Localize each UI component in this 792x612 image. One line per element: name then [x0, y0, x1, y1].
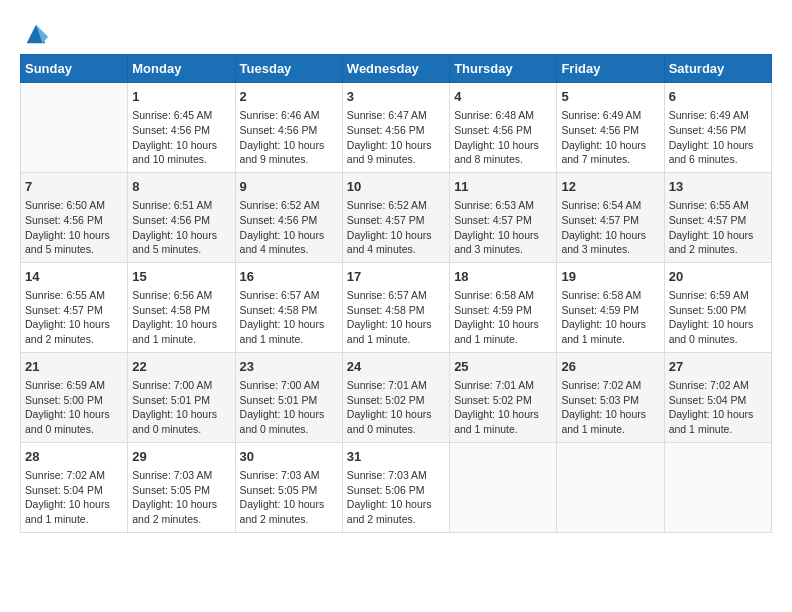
day-cell — [664, 442, 771, 532]
day-info: Sunrise: 7:02 AM Sunset: 5:04 PM Dayligh… — [669, 378, 767, 437]
calendar-header: SundayMondayTuesdayWednesdayThursdayFrid… — [21, 55, 772, 83]
day-number: 21 — [25, 358, 123, 376]
day-cell: 12Sunrise: 6:54 AM Sunset: 4:57 PM Dayli… — [557, 172, 664, 262]
day-info: Sunrise: 6:59 AM Sunset: 5:00 PM Dayligh… — [669, 288, 767, 347]
header-cell-monday: Monday — [128, 55, 235, 83]
day-cell: 15Sunrise: 6:56 AM Sunset: 4:58 PM Dayli… — [128, 262, 235, 352]
day-number: 29 — [132, 448, 230, 466]
day-info: Sunrise: 6:51 AM Sunset: 4:56 PM Dayligh… — [132, 198, 230, 257]
day-number: 16 — [240, 268, 338, 286]
day-info: Sunrise: 7:03 AM Sunset: 5:06 PM Dayligh… — [347, 468, 445, 527]
day-info: Sunrise: 6:58 AM Sunset: 4:59 PM Dayligh… — [454, 288, 552, 347]
header-cell-sunday: Sunday — [21, 55, 128, 83]
day-cell: 29Sunrise: 7:03 AM Sunset: 5:05 PM Dayli… — [128, 442, 235, 532]
day-info: Sunrise: 6:57 AM Sunset: 4:58 PM Dayligh… — [240, 288, 338, 347]
day-cell: 25Sunrise: 7:01 AM Sunset: 5:02 PM Dayli… — [450, 352, 557, 442]
day-cell: 14Sunrise: 6:55 AM Sunset: 4:57 PM Dayli… — [21, 262, 128, 352]
day-info: Sunrise: 7:01 AM Sunset: 5:02 PM Dayligh… — [347, 378, 445, 437]
day-number: 19 — [561, 268, 659, 286]
day-cell — [21, 83, 128, 173]
day-info: Sunrise: 7:01 AM Sunset: 5:02 PM Dayligh… — [454, 378, 552, 437]
day-cell: 1Sunrise: 6:45 AM Sunset: 4:56 PM Daylig… — [128, 83, 235, 173]
day-number: 27 — [669, 358, 767, 376]
day-cell: 24Sunrise: 7:01 AM Sunset: 5:02 PM Dayli… — [342, 352, 449, 442]
day-cell: 4Sunrise: 6:48 AM Sunset: 4:56 PM Daylig… — [450, 83, 557, 173]
day-info: Sunrise: 7:00 AM Sunset: 5:01 PM Dayligh… — [240, 378, 338, 437]
day-cell: 7Sunrise: 6:50 AM Sunset: 4:56 PM Daylig… — [21, 172, 128, 262]
day-info: Sunrise: 7:02 AM Sunset: 5:04 PM Dayligh… — [25, 468, 123, 527]
day-info: Sunrise: 6:46 AM Sunset: 4:56 PM Dayligh… — [240, 108, 338, 167]
day-number: 9 — [240, 178, 338, 196]
day-info: Sunrise: 6:48 AM Sunset: 4:56 PM Dayligh… — [454, 108, 552, 167]
day-cell: 30Sunrise: 7:03 AM Sunset: 5:05 PM Dayli… — [235, 442, 342, 532]
day-number: 12 — [561, 178, 659, 196]
day-cell: 21Sunrise: 6:59 AM Sunset: 5:00 PM Dayli… — [21, 352, 128, 442]
day-number: 22 — [132, 358, 230, 376]
day-cell: 19Sunrise: 6:58 AM Sunset: 4:59 PM Dayli… — [557, 262, 664, 352]
week-row-1: 1Sunrise: 6:45 AM Sunset: 4:56 PM Daylig… — [21, 83, 772, 173]
day-cell: 8Sunrise: 6:51 AM Sunset: 4:56 PM Daylig… — [128, 172, 235, 262]
day-info: Sunrise: 7:02 AM Sunset: 5:03 PM Dayligh… — [561, 378, 659, 437]
logo-text — [20, 20, 50, 48]
day-cell: 11Sunrise: 6:53 AM Sunset: 4:57 PM Dayli… — [450, 172, 557, 262]
day-number: 1 — [132, 88, 230, 106]
day-number: 14 — [25, 268, 123, 286]
day-info: Sunrise: 6:58 AM Sunset: 4:59 PM Dayligh… — [561, 288, 659, 347]
day-number: 18 — [454, 268, 552, 286]
page-header — [20, 20, 772, 44]
day-cell: 31Sunrise: 7:03 AM Sunset: 5:06 PM Dayli… — [342, 442, 449, 532]
day-cell: 28Sunrise: 7:02 AM Sunset: 5:04 PM Dayli… — [21, 442, 128, 532]
day-cell — [557, 442, 664, 532]
header-cell-thursday: Thursday — [450, 55, 557, 83]
header-cell-tuesday: Tuesday — [235, 55, 342, 83]
day-info: Sunrise: 6:47 AM Sunset: 4:56 PM Dayligh… — [347, 108, 445, 167]
day-cell: 2Sunrise: 6:46 AM Sunset: 4:56 PM Daylig… — [235, 83, 342, 173]
day-number: 6 — [669, 88, 767, 106]
day-number: 8 — [132, 178, 230, 196]
day-number: 7 — [25, 178, 123, 196]
day-cell: 17Sunrise: 6:57 AM Sunset: 4:58 PM Dayli… — [342, 262, 449, 352]
day-info: Sunrise: 6:56 AM Sunset: 4:58 PM Dayligh… — [132, 288, 230, 347]
day-number: 31 — [347, 448, 445, 466]
day-info: Sunrise: 6:55 AM Sunset: 4:57 PM Dayligh… — [669, 198, 767, 257]
day-cell: 27Sunrise: 7:02 AM Sunset: 5:04 PM Dayli… — [664, 352, 771, 442]
day-info: Sunrise: 6:53 AM Sunset: 4:57 PM Dayligh… — [454, 198, 552, 257]
day-number: 4 — [454, 88, 552, 106]
day-info: Sunrise: 6:57 AM Sunset: 4:58 PM Dayligh… — [347, 288, 445, 347]
day-info: Sunrise: 6:55 AM Sunset: 4:57 PM Dayligh… — [25, 288, 123, 347]
header-cell-friday: Friday — [557, 55, 664, 83]
day-number: 15 — [132, 268, 230, 286]
day-info: Sunrise: 6:52 AM Sunset: 4:56 PM Dayligh… — [240, 198, 338, 257]
day-cell: 16Sunrise: 6:57 AM Sunset: 4:58 PM Dayli… — [235, 262, 342, 352]
header-cell-wednesday: Wednesday — [342, 55, 449, 83]
day-cell: 9Sunrise: 6:52 AM Sunset: 4:56 PM Daylig… — [235, 172, 342, 262]
week-row-4: 21Sunrise: 6:59 AM Sunset: 5:00 PM Dayli… — [21, 352, 772, 442]
day-cell: 10Sunrise: 6:52 AM Sunset: 4:57 PM Dayli… — [342, 172, 449, 262]
day-number: 26 — [561, 358, 659, 376]
header-row: SundayMondayTuesdayWednesdayThursdayFrid… — [21, 55, 772, 83]
day-number: 11 — [454, 178, 552, 196]
day-number: 10 — [347, 178, 445, 196]
day-cell: 3Sunrise: 6:47 AM Sunset: 4:56 PM Daylig… — [342, 83, 449, 173]
header-cell-saturday: Saturday — [664, 55, 771, 83]
day-number: 30 — [240, 448, 338, 466]
day-cell: 20Sunrise: 6:59 AM Sunset: 5:00 PM Dayli… — [664, 262, 771, 352]
day-info: Sunrise: 7:03 AM Sunset: 5:05 PM Dayligh… — [132, 468, 230, 527]
calendar-table: SundayMondayTuesdayWednesdayThursdayFrid… — [20, 54, 772, 533]
day-number: 25 — [454, 358, 552, 376]
day-info: Sunrise: 6:50 AM Sunset: 4:56 PM Dayligh… — [25, 198, 123, 257]
day-cell — [450, 442, 557, 532]
day-cell: 22Sunrise: 7:00 AM Sunset: 5:01 PM Dayli… — [128, 352, 235, 442]
day-info: Sunrise: 6:45 AM Sunset: 4:56 PM Dayligh… — [132, 108, 230, 167]
day-info: Sunrise: 7:03 AM Sunset: 5:05 PM Dayligh… — [240, 468, 338, 527]
day-cell: 23Sunrise: 7:00 AM Sunset: 5:01 PM Dayli… — [235, 352, 342, 442]
day-info: Sunrise: 6:52 AM Sunset: 4:57 PM Dayligh… — [347, 198, 445, 257]
day-cell: 5Sunrise: 6:49 AM Sunset: 4:56 PM Daylig… — [557, 83, 664, 173]
week-row-3: 14Sunrise: 6:55 AM Sunset: 4:57 PM Dayli… — [21, 262, 772, 352]
day-info: Sunrise: 6:54 AM Sunset: 4:57 PM Dayligh… — [561, 198, 659, 257]
day-number: 2 — [240, 88, 338, 106]
day-number: 23 — [240, 358, 338, 376]
day-number: 17 — [347, 268, 445, 286]
day-number: 3 — [347, 88, 445, 106]
day-info: Sunrise: 6:49 AM Sunset: 4:56 PM Dayligh… — [669, 108, 767, 167]
